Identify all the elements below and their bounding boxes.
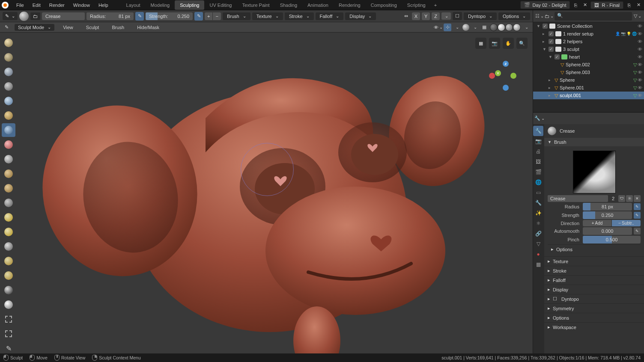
tab-material[interactable]: ● [533, 249, 543, 259]
tool-pinch[interactable] [2, 196, 15, 210]
pinch-prop-slider[interactable]: 0.500 [583, 236, 641, 243]
tab-world[interactable]: 🌐 [533, 177, 543, 187]
shading-solid-icon[interactable] [498, 24, 505, 31]
tab-viewlayer[interactable]: 🖼 [533, 157, 543, 167]
outliner-search-input[interactable]: 🔍 [555, 12, 632, 21]
axis-z-icon[interactable]: Z [503, 61, 509, 67]
properties-editor-type[interactable]: 🔧 [536, 115, 543, 122]
workspace-tab-uv[interactable]: UV Editing [204, 0, 237, 10]
axis-neg-y-icon[interactable] [510, 73, 516, 79]
zoom-button[interactable]: 🔍 [516, 38, 528, 49]
tool-layer[interactable] [2, 80, 15, 93]
workspace-tab-animation[interactable]: Animation [302, 0, 334, 10]
subtract-button[interactable]: − [213, 12, 221, 20]
tool-mask[interactable] [2, 283, 15, 297]
strength-pressure-toggle[interactable]: ✎ [194, 12, 203, 21]
gizmo-toggle[interactable]: ⊹ [444, 24, 451, 31]
subtract-direction-button[interactable]: − Subtr.. [612, 220, 641, 226]
tool-annotate[interactable]: ✎ [2, 341, 15, 353]
tool-draw[interactable] [2, 36, 15, 50]
mode-dropdown[interactable]: Sculpt Mode [15, 24, 54, 31]
tab-render[interactable]: 📷 [533, 136, 543, 146]
gizmo-dropdown[interactable] [453, 24, 461, 31]
dyntopo-checkbox[interactable]: ☐ [453, 12, 462, 20]
tab-output[interactable]: 🖨 [533, 146, 543, 157]
pan-button[interactable]: ✋ [503, 38, 514, 49]
tab-modifier[interactable]: 🔧 [533, 198, 543, 208]
falloff-menu[interactable]: Falloff [316, 12, 344, 20]
workspace-tab-shading[interactable]: Shading [275, 0, 302, 10]
outliner-display-mode[interactable]: 🗀 [545, 12, 553, 20]
axis-neg-x-icon[interactable] [489, 73, 495, 79]
outliner-row[interactable]: ▼✓Scene Collection👁 [533, 22, 644, 30]
tab-scene[interactable]: 🎬 [533, 167, 543, 177]
menu-file[interactable]: File [12, 1, 28, 9]
tool-blob[interactable] [2, 109, 15, 122]
tool-flatten[interactable] [2, 152, 15, 166]
brush-id-field[interactable]: Crease [548, 195, 608, 202]
tab-texture[interactable]: ▦ [533, 259, 543, 270]
workspace-tab-texturepaint[interactable]: Texture Paint [237, 0, 274, 10]
workspace-tab-layout[interactable]: Layout [121, 0, 146, 10]
tool-fill[interactable] [2, 167, 15, 181]
brush-users-field[interactable]: 2 [609, 195, 617, 202]
fake-user-toggle[interactable]: 🛡 [618, 195, 625, 202]
viewport-3d[interactable]: ✎ [0, 33, 533, 353]
radius-slider[interactable]: Radius: 81 px [86, 12, 134, 20]
dyntopo-panel[interactable]: ▸☐Dyntopo [544, 294, 644, 303]
workspace-tab-modeling[interactable]: Modeling [146, 0, 175, 10]
texture-panel[interactable]: ▸Texture [544, 256, 644, 266]
radius-pressure-toggle[interactable]: ✎ [135, 12, 144, 21]
options-menu[interactable]: Options [498, 12, 530, 20]
texture-menu[interactable]: Texture [252, 12, 283, 20]
add-direction-button[interactable]: + Add [583, 220, 612, 226]
editor-type-icon[interactable]: ✎ [3, 24, 10, 31]
outliner-row[interactable]: ▸▽Sphere.001▽👁 [533, 84, 644, 92]
shading-dropdown[interactable] [522, 24, 530, 31]
tool-clay-strips[interactable] [2, 65, 15, 79]
stroke-menu[interactable]: Stroke [285, 12, 314, 20]
axis-y-icon[interactable]: Y [495, 70, 501, 76]
tab-tool[interactable]: 🔧 [533, 126, 543, 136]
tool-clay[interactable] [2, 50, 15, 64]
outliner-filter[interactable]: ▽ [634, 12, 641, 20]
hidemask-menu[interactable]: Hide/Mask [133, 23, 164, 32]
workspace-tab-sculpting[interactable]: Sculpting [175, 0, 204, 10]
viewlayer-selector[interactable]: 🖼 R - Final [590, 1, 623, 9]
radius-pressure-icon[interactable]: ✎ [634, 203, 641, 210]
menu-help[interactable]: Help [94, 1, 113, 9]
mirror-y[interactable]: Y [422, 12, 430, 20]
workspace-add-button[interactable]: + [431, 0, 440, 10]
axis-neg-z-icon[interactable] [503, 85, 509, 91]
menu-edit[interactable]: Edit [28, 1, 45, 9]
overlay-dropdown[interactable] [471, 24, 479, 31]
viewlayer-delete-button[interactable]: ✕ [635, 1, 642, 9]
perspective-toggle[interactable]: 📷 [489, 38, 500, 49]
navigation-gizmo[interactable]: Z Y [491, 62, 521, 92]
brush-menu2[interactable]: Brush [107, 23, 128, 32]
add-button[interactable]: + [205, 12, 213, 20]
shading-rendered-icon[interactable] [513, 24, 521, 31]
tab-particle[interactable]: ✨ [533, 208, 543, 218]
outliner-row[interactable]: ▸▽sculpt.001▽👁 [533, 92, 644, 99]
brush-unlink-button[interactable]: ✕ [634, 195, 641, 202]
direction-toggle[interactable]: + − [205, 12, 221, 20]
workspace-panel[interactable]: ▸Workspace [544, 322, 644, 332]
brush-name-field[interactable]: Crease [42, 12, 85, 20]
tool-grab[interactable] [2, 211, 15, 224]
tab-constraint[interactable]: 🔗 [533, 228, 543, 239]
tab-mesh[interactable]: ▽ [533, 239, 543, 249]
tool-box-mask[interactable] [2, 312, 15, 326]
outliner-row[interactable]: ▸▽Sphere▽👁 [533, 76, 644, 84]
brush-menu[interactable]: Brush [223, 12, 250, 20]
workspace-tab-scripting[interactable]: Scripting [402, 0, 431, 10]
tool-simplify[interactable] [2, 298, 15, 312]
tool-inflate[interactable] [2, 94, 15, 108]
autosmooth-prop-slider[interactable]: 0.000 [583, 227, 632, 235]
tool-rotate[interactable] [2, 269, 15, 282]
radius-prop-slider[interactable]: 81 px [583, 203, 632, 211]
shading-wireframe-icon[interactable] [490, 24, 498, 31]
autosmooth-pressure-icon[interactable]: ✎ [634, 228, 641, 234]
strength-prop-slider[interactable]: 0.250 [583, 211, 632, 219]
tool-smooth[interactable] [2, 138, 15, 151]
